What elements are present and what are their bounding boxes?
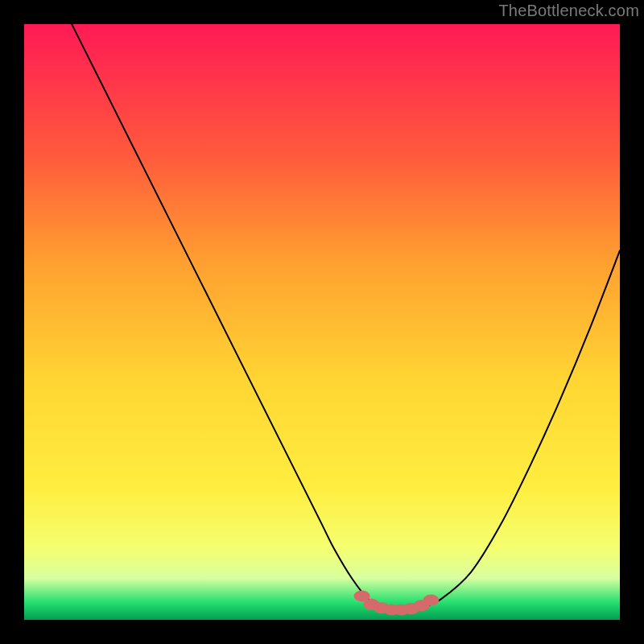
marker-point bbox=[423, 595, 439, 606]
gradient-background bbox=[24, 24, 620, 620]
plot-area bbox=[24, 24, 620, 620]
chart-frame: TheBottleneck.com bbox=[0, 0, 644, 644]
plot-svg bbox=[24, 24, 620, 620]
watermark-text: TheBottleneck.com bbox=[498, 2, 639, 20]
